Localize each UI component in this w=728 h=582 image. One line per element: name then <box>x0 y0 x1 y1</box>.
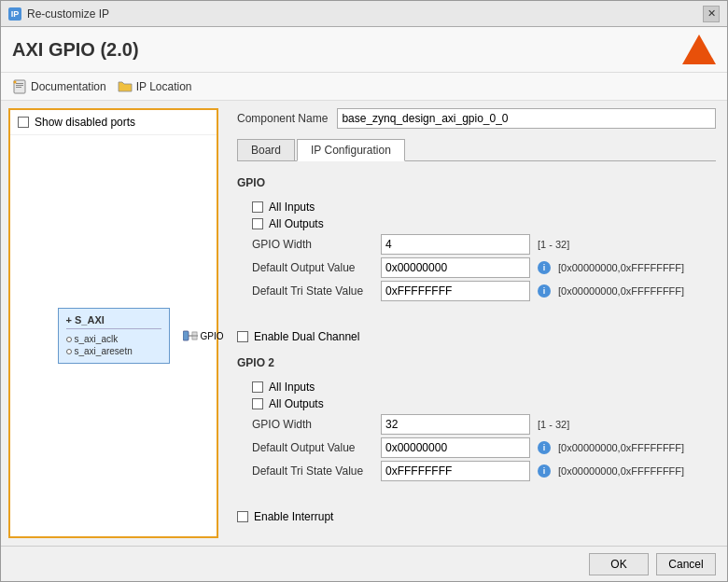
gpio2-all-inputs-label: All Inputs <box>269 381 315 394</box>
gpio-section-title: GPIO <box>237 176 716 189</box>
close-button[interactable]: ✕ <box>703 6 720 22</box>
xilinx-logo <box>682 35 716 64</box>
left-panel-header: Show disabled ports <box>10 110 217 135</box>
gpio2-default-tri-info-icon[interactable]: i <box>538 464 551 478</box>
page-title: AXI GPIO (2.0) <box>12 39 139 61</box>
svg-rect-3 <box>16 87 21 88</box>
enable-interrupt-row: Enable Interrupt <box>237 510 716 523</box>
gpio-width-label: GPIO Width <box>252 238 373 251</box>
gpio2-width-range: [1 - 32] <box>538 419 569 430</box>
divider2 <box>237 490 716 501</box>
port-dot-aclk <box>66 337 72 342</box>
gpio2-all-outputs-row: All Outputs <box>252 397 716 410</box>
default-output-label: Default Output Value <box>252 261 373 274</box>
tab-ip-configuration[interactable]: IP Configuration <box>297 139 405 161</box>
default-output-range: [0x00000000,0xFFFFFFFF] <box>558 262 684 273</box>
title-bar: IP Re-customize IP ✕ <box>1 1 727 27</box>
all-inputs-row: All Inputs <box>252 201 716 214</box>
all-inputs-checkbox[interactable] <box>252 201 263 213</box>
main-content: Show disabled ports + S_AXI s_axi_aclk <box>1 101 727 546</box>
gpio2-default-tri-range: [0x00000000,0xFFFFFFFF] <box>558 465 684 477</box>
right-panel: Component Name Board IP Configuration GP… <box>226 101 727 546</box>
gpio2-default-tri-label: Default Tri State Value <box>252 464 373 478</box>
folder-icon <box>118 79 133 94</box>
default-tri-range: [0x00000000,0xFFFFFFFF] <box>558 285 684 297</box>
default-output-info-icon[interactable]: i <box>538 261 551 274</box>
all-outputs-label: All Outputs <box>269 217 324 230</box>
svg-rect-5 <box>183 331 189 340</box>
default-tri-row: Default Tri State Value i [0x00000000,0x… <box>252 281 716 301</box>
component-name-row: Component Name <box>237 108 716 129</box>
component-box: + S_AXI s_axi_aclk s_axi_aresetn <box>58 308 170 364</box>
divider1 <box>237 310 716 321</box>
default-tri-input[interactable] <box>381 281 530 301</box>
toolbar: Documentation IP Location <box>1 73 727 101</box>
gpio2-all-inputs-row: All Inputs <box>252 381 716 394</box>
ok-button[interactable]: OK <box>589 553 649 575</box>
gpio-width-range: [1 - 32] <box>538 239 569 250</box>
gpio2-section-title: GPIO 2 <box>237 356 716 369</box>
gpio-port-icon <box>183 329 198 342</box>
enable-dual-channel-checkbox[interactable] <box>237 331 248 342</box>
main-window: IP Re-customize IP ✕ AXI GPIO (2.0) Docu… <box>0 0 728 582</box>
component-title: + S_AXI <box>66 314 161 329</box>
gpio2-default-output-range: [0x00000000,0xFFFFFFFF] <box>558 442 684 453</box>
svg-point-4 <box>14 80 17 83</box>
ip-location-button[interactable]: IP Location <box>118 79 192 94</box>
cancel-button[interactable]: Cancel <box>656 553 716 575</box>
header: AXI GPIO (2.0) <box>1 27 727 73</box>
component-diagram: + S_AXI s_axi_aclk s_axi_aresetn <box>58 308 170 364</box>
enable-dual-channel-label: Enable Dual Channel <box>254 330 359 343</box>
all-outputs-checkbox[interactable] <box>252 218 263 229</box>
svg-rect-2 <box>16 85 23 86</box>
show-disabled-ports-checkbox[interactable] <box>18 117 29 128</box>
port-aclk: s_axi_aclk <box>66 333 161 345</box>
window-icon: IP <box>8 7 21 21</box>
documentation-button[interactable]: Documentation <box>12 79 106 94</box>
gpio2-all-outputs-checkbox[interactable] <box>252 398 263 409</box>
ip-location-label: IP Location <box>136 80 192 93</box>
tabs: Board IP Configuration <box>237 138 716 161</box>
default-tri-info-icon[interactable]: i <box>538 284 551 298</box>
enable-interrupt-checkbox[interactable] <box>237 511 248 522</box>
documentation-icon <box>12 79 27 94</box>
tab-board[interactable]: Board <box>237 139 295 161</box>
gpio2-width-row: GPIO Width [1 - 32] <box>252 414 716 435</box>
component-name-label: Component Name <box>237 112 328 125</box>
window-title: Re-customize IP <box>27 7 109 21</box>
gpio-label: GPIO <box>200 331 223 341</box>
gpio2-default-output-label: Default Output Value <box>252 441 373 454</box>
gpio-width-row: GPIO Width [1 - 32] <box>252 234 716 255</box>
all-outputs-row: All Outputs <box>252 217 716 230</box>
svg-rect-1 <box>16 83 23 84</box>
gpio2-width-label: GPIO Width <box>252 418 373 431</box>
default-tri-label: Default Tri State Value <box>252 284 373 298</box>
port-dot-aresetn <box>66 349 72 354</box>
default-output-row: Default Output Value i [0x00000000,0xFFF… <box>252 257 716 278</box>
gpio2-default-output-row: Default Output Value i [0x00000000,0xFFF… <box>252 437 716 458</box>
default-output-input[interactable] <box>381 257 530 278</box>
gpio-connector-area: GPIO <box>183 329 223 342</box>
gpio2-section-content: All Inputs All Outputs GPIO Width [1 - 3… <box>252 377 716 484</box>
all-inputs-label: All Inputs <box>269 201 315 214</box>
footer: OK Cancel <box>1 546 727 581</box>
gpio2-default-tri-row: Default Tri State Value i [0x00000000,0x… <box>252 461 716 481</box>
left-panel: Show disabled ports + S_AXI s_axi_aclk <box>8 108 218 538</box>
documentation-label: Documentation <box>31 80 106 93</box>
gpio2-width-input[interactable] <box>381 414 530 435</box>
show-disabled-ports-label: Show disabled ports <box>35 116 135 129</box>
diagram-area: + S_AXI s_axi_aclk s_axi_aresetn <box>10 135 217 536</box>
enable-interrupt-label: Enable Interrupt <box>254 510 333 523</box>
component-name-input[interactable] <box>337 108 716 129</box>
port-aresetn: s_axi_aresetn <box>66 345 161 357</box>
title-bar-left: IP Re-customize IP <box>8 7 109 21</box>
gpio2-default-output-info-icon[interactable]: i <box>538 441 551 454</box>
gpio2-all-outputs-label: All Outputs <box>269 397 324 410</box>
gpio-width-input[interactable] <box>381 234 530 255</box>
enable-dual-channel-row: Enable Dual Channel <box>237 330 716 343</box>
gpio2-default-tri-input[interactable] <box>381 461 530 481</box>
gpio-section-content: All Inputs All Outputs GPIO Width [1 - 3… <box>252 197 716 304</box>
gpio2-all-inputs-checkbox[interactable] <box>252 381 263 393</box>
gpio2-default-output-input[interactable] <box>381 437 530 458</box>
